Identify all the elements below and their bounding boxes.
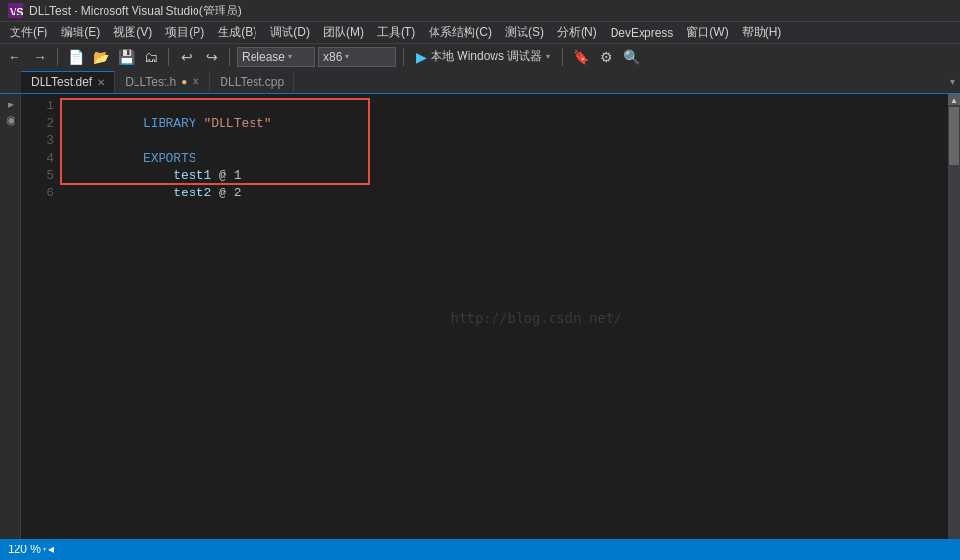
num-1: 1 bbox=[234, 168, 242, 183]
play-icon: ▶ bbox=[416, 49, 427, 65]
configuration-label: Release bbox=[242, 50, 285, 64]
save-all-button[interactable]: 🗂 bbox=[140, 46, 162, 68]
new-file-button[interactable]: 📄 bbox=[65, 46, 86, 68]
menu-item-视图v[interactable]: 视图(V) bbox=[107, 22, 158, 43]
tab-dlltest-h-close[interactable]: ✕ bbox=[192, 76, 199, 87]
tab-bar: DLLTest.def ✕ DLLTest.h ● ✕ DLLTest.cpp … bbox=[0, 70, 960, 94]
zoom-status[interactable]: 120 % ▾ ◂ bbox=[8, 543, 54, 556]
keyword-library: LIBRARY bbox=[143, 116, 203, 131]
code-line-3: EXPORTS bbox=[60, 133, 948, 150]
line-num-3: 3 bbox=[25, 133, 54, 150]
line-num-2: 2 bbox=[25, 115, 54, 133]
line-num-4: 4 bbox=[25, 150, 54, 167]
debug-label: 本地 Windows 调试器 bbox=[431, 48, 542, 65]
keyword-exports: EXPORTS bbox=[143, 151, 196, 165]
menu-item-devexpress[interactable]: DevExpress bbox=[605, 24, 679, 42]
fn-test1: test1 bbox=[173, 168, 211, 183]
menu-item-调试d[interactable]: 调试(D) bbox=[264, 22, 315, 43]
main-layout: ▸ ◉ 1 2 3 4 5 6 LIBRARY "DLLTest" bbox=[0, 94, 960, 539]
menu-item-编辑e[interactable]: 编辑(E) bbox=[55, 22, 105, 43]
tab-dlltest-def[interactable]: DLLTest.def ✕ bbox=[21, 71, 115, 93]
bookmark-margin-icon: ▸ bbox=[8, 98, 14, 111]
toolbar-btn-2[interactable]: 🔍 bbox=[620, 46, 642, 68]
open-file-button[interactable]: 📂 bbox=[90, 46, 111, 68]
menu-item-测试s[interactable]: 测试(S) bbox=[499, 22, 550, 43]
tab-dlltest-h-label: DLLTest.h bbox=[125, 75, 176, 89]
toolbar-sep-5 bbox=[562, 48, 563, 66]
status-bar: 120 % ▾ ◂ bbox=[0, 539, 960, 560]
string-dlltest: "DLLTest" bbox=[203, 116, 271, 131]
debug-arrow: ▾ bbox=[546, 52, 550, 61]
title-bar-text: DLLTest - Microsoft Visual Studio(管理员) bbox=[29, 3, 242, 19]
line-numbers: 1 2 3 4 5 6 bbox=[21, 94, 60, 539]
bookmark-button[interactable]: 🔖 bbox=[570, 46, 591, 68]
vertical-scrollbar[interactable]: ▲ bbox=[948, 94, 960, 539]
toolbar-sep-2 bbox=[168, 48, 169, 66]
indent-4 bbox=[143, 168, 173, 183]
menu-item-团队m[interactable]: 团队(M) bbox=[317, 22, 370, 43]
menu-item-项目p[interactable]: 项目(P) bbox=[160, 22, 210, 43]
menu-item-生成b[interactable]: 生成(B) bbox=[212, 22, 262, 43]
editor-area[interactable]: 1 2 3 4 5 6 LIBRARY "DLLTest" EXPORTS bbox=[21, 94, 948, 539]
tab-dlltest-h-modified: ● bbox=[181, 76, 187, 87]
scroll-up-arrow[interactable]: ▲ bbox=[948, 94, 960, 105]
tab-dlltest-def-close[interactable]: ✕ bbox=[97, 77, 105, 88]
fn-test2: test2 bbox=[173, 186, 211, 200]
zoom-decrease-btn[interactable]: ◂ bbox=[48, 543, 54, 556]
vs-logo-icon: VS bbox=[8, 3, 23, 18]
menu-item-工具t[interactable]: 工具(T) bbox=[372, 22, 421, 43]
forward-button[interactable]: → bbox=[29, 46, 50, 68]
scroll-thumb[interactable] bbox=[949, 107, 959, 165]
redo-button[interactable]: ↪ bbox=[201, 46, 223, 68]
toolbar-sep-3 bbox=[229, 48, 230, 66]
at-2: @ bbox=[211, 186, 233, 200]
tab-scroll-button[interactable]: ▾ bbox=[945, 71, 960, 93]
line-num-5: 5 bbox=[25, 167, 54, 185]
menu-item-文件f[interactable]: 文件(F) bbox=[4, 22, 53, 43]
title-bar: VS DLLTest - Microsoft Visual Studio(管理员… bbox=[0, 0, 960, 21]
configuration-arrow: ▾ bbox=[288, 52, 292, 61]
num-2: 2 bbox=[234, 186, 242, 200]
svg-text:VS: VS bbox=[10, 6, 23, 17]
platform-label: x86 bbox=[323, 50, 342, 64]
tab-dlltest-cpp-label: DLLTest.cpp bbox=[220, 75, 284, 89]
indent-5 bbox=[143, 186, 173, 200]
tab-dlltest-h[interactable]: DLLTest.h ● ✕ bbox=[115, 71, 210, 93]
menu-bar: 文件(F)编辑(E)视图(V)项目(P)生成(B)调试(D)团队(M)工具(T)… bbox=[0, 21, 960, 43]
at-1: @ bbox=[211, 168, 233, 183]
zoom-level: 120 % bbox=[8, 543, 41, 556]
tab-dlltest-def-label: DLLTest.def bbox=[31, 75, 92, 89]
toolbar-sep-4 bbox=[403, 48, 404, 66]
toolbar-btn-1[interactable]: ⚙ bbox=[595, 46, 616, 68]
zoom-dropdown-arrow: ▾ bbox=[43, 545, 46, 554]
line-num-1: 1 bbox=[25, 98, 54, 115]
breakpoint-margin-icon: ◉ bbox=[6, 113, 15, 127]
code-line-1: LIBRARY "DLLTest" bbox=[60, 98, 948, 115]
toolbar-sep-1 bbox=[57, 48, 58, 66]
platform-dropdown[interactable]: x86 ▾ bbox=[318, 47, 396, 67]
menu-item-帮助h[interactable]: 帮助(H) bbox=[736, 22, 788, 43]
line-num-6: 6 bbox=[25, 185, 54, 202]
back-button[interactable]: ← bbox=[4, 46, 25, 68]
start-debug-button[interactable]: ▶ 本地 Windows 调试器 ▾ bbox=[410, 46, 555, 68]
left-margin: ▸ ◉ bbox=[0, 94, 21, 539]
toolbar: ← → 📄 📂 💾 🗂 ↩ ↪ Release ▾ x86 ▾ ▶ 本地 Win… bbox=[0, 43, 960, 70]
save-button[interactable]: 💾 bbox=[115, 46, 136, 68]
menu-item-体系结构c[interactable]: 体系结构(C) bbox=[423, 22, 497, 43]
code-content[interactable]: LIBRARY "DLLTest" EXPORTS test1 @ 1 test… bbox=[60, 94, 948, 539]
menu-item-窗口w[interactable]: 窗口(W) bbox=[680, 22, 734, 43]
code-container: 1 2 3 4 5 6 LIBRARY "DLLTest" EXPORTS bbox=[21, 94, 948, 539]
configuration-dropdown[interactable]: Release ▾ bbox=[237, 47, 315, 67]
menu-item-分析n[interactable]: 分析(N) bbox=[552, 22, 603, 43]
tab-dlltest-cpp[interactable]: DLLTest.cpp bbox=[210, 71, 294, 93]
platform-arrow: ▾ bbox=[345, 52, 349, 61]
undo-button[interactable]: ↩ bbox=[176, 46, 197, 68]
